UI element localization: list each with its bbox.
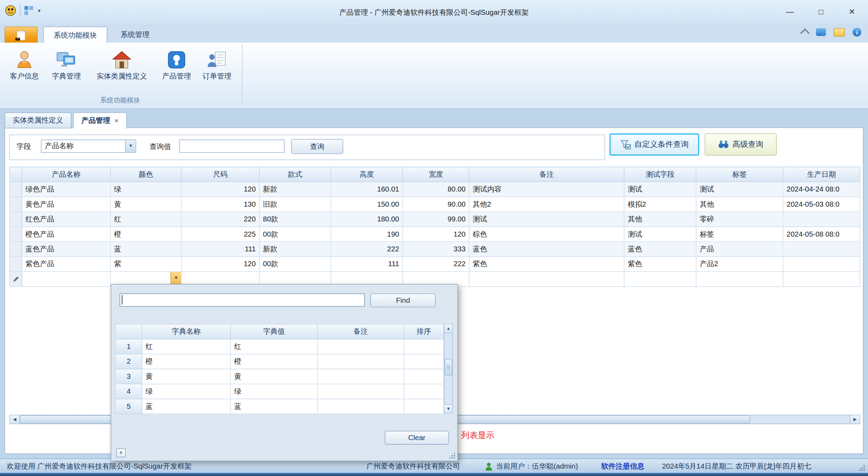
grid-cell[interactable]: 模拟2 [624,197,696,212]
grid-cell[interactable]: 2024-05-08 08:0 [783,227,860,242]
grid-header-cell[interactable]: 尺码 [182,167,260,182]
dict-cell[interactable]: 红 [142,339,231,354]
grid-cell[interactable]: 橙色产品 [22,227,111,242]
field-combo-button[interactable]: ▼ [125,140,136,152]
scroll-left-icon[interactable]: ◀ [10,415,20,424]
dict-header-cell[interactable]: 字典值 [231,325,318,339]
dict-cell[interactable] [318,369,404,384]
dict-row[interactable]: 2橙橙 [116,355,444,369]
ribbon-item-dictionary[interactable]: 字典管理 [46,47,86,82]
grid-cell[interactable]: 红色产品 [22,212,111,227]
dict-cell[interactable]: 红 [231,339,318,354]
dict-cell[interactable] [404,369,444,384]
find-button[interactable]: Find [370,294,436,307]
grid-cell[interactable]: 绿色产品 [22,182,111,197]
dict-header-cell[interactable]: 备注 [318,325,404,339]
grid-cell[interactable] [783,242,860,257]
doc-tab-product-mgmt[interactable]: 产品管理 × [73,112,127,129]
grid-row[interactable]: 橙色产品橙22500款190120棕色测试标签2024-05-08 08:0 [10,227,860,242]
dict-row[interactable]: 5蓝蓝 [116,399,444,414]
grid-cell[interactable]: 00款 [260,257,331,272]
dict-cell[interactable] [404,355,444,369]
grid-cell[interactable] [783,257,860,272]
grid-cell[interactable]: 旧款 [260,197,331,212]
grid-cell[interactable]: 其他 [624,212,696,227]
dict-row[interactable]: 1红红 [116,339,444,354]
grid-cell[interactable]: 测试 [624,182,696,197]
grid-cell[interactable]: 2024-04-24 08:0 [783,182,860,197]
grid-cell[interactable]: 棕色 [470,227,624,242]
dict-cell[interactable]: 绿 [231,384,318,399]
grid-cell[interactable] [624,272,696,287]
grid-cell[interactable]: 220 [182,212,260,227]
minimize-button[interactable]: — [779,3,800,20]
query-button[interactable]: 查询 [291,139,343,154]
dict-cell[interactable]: 蓝 [142,399,231,414]
maximize-button[interactable]: □ [810,3,831,20]
dict-cell[interactable] [404,339,444,354]
grid-row[interactable]: 红色产品红22080款180.0099.00测试其他零碎 [10,212,860,227]
app-menu-button[interactable] [5,26,38,43]
grid-cell[interactable] [470,272,624,287]
grid-cell[interactable]: 120 [403,227,470,242]
grid-cell[interactable]: 其他2 [470,197,624,212]
grid-cell[interactable]: 橙 [111,227,182,242]
ribbon-item-entity-props[interactable]: 实体类属性定义 [89,47,155,82]
custom-query-button[interactable]: 自定义条件查询 [610,133,699,156]
dict-cell[interactable]: 黄 [231,369,318,384]
ribbon-item-customer-info[interactable]: 客户信息 [5,47,44,82]
grid-header-cell[interactable]: 宽度 [403,167,470,182]
dict-cell[interactable]: 蓝 [231,399,318,414]
clear-button[interactable]: Clear [385,431,449,445]
grid-header-cell[interactable]: 颜色 [111,167,182,182]
grid-cell[interactable]: 黄色产品 [22,197,111,212]
collapse-ribbon-icon[interactable] [800,29,810,38]
dict-cell[interactable]: 橙 [231,355,318,369]
dict-cell[interactable] [404,384,444,399]
grid-cell[interactable]: 绿 [111,182,182,197]
close-button[interactable]: × [842,3,863,20]
grid-cell[interactable]: 80.00 [403,182,470,197]
grid-cell[interactable]: 测试内容 [470,182,624,197]
grid-cell[interactable]: 160.01 [331,182,403,197]
info-icon[interactable]: i [853,28,861,37]
grid-cell[interactable]: 111 [331,257,403,272]
resize-grip-icon[interactable] [448,452,456,459]
grid-cell[interactable]: 紫色 [470,257,624,272]
grid-cell[interactable]: 蓝色产品 [22,242,111,257]
mail-icon[interactable] [834,28,844,36]
grid-cell[interactable]: 111 [182,242,260,257]
window-resize-grip-icon[interactable] [858,464,866,472]
grid-row[interactable]: 蓝色产品蓝111新款222333蓝色蓝色产品 [10,242,860,257]
ribbon-item-order-mgmt[interactable]: 订单管理 [196,47,238,82]
vscrollbar-thumb[interactable] [445,359,452,375]
grid-cell[interactable]: 190 [331,227,403,242]
grid-header-cell[interactable]: 款式 [260,167,331,182]
grid-row[interactable]: 黄色产品黄130旧款150.0090.00其他2模拟2其他2024-05-03 … [10,197,860,212]
grid-cell[interactable] [696,272,783,287]
scroll-up-icon[interactable]: ▲ [445,325,452,333]
grid-cell[interactable]: 产品2 [696,257,783,272]
grid-cell[interactable]: 产品 [696,242,783,257]
grid-header-cell[interactable]: 生产日期 [783,167,860,182]
grid-cell[interactable]: 120 [182,182,260,197]
grid-cell[interactable]: 蓝色 [470,242,624,257]
grid-cell[interactable]: 2024-05-03 08:0 [783,197,860,212]
grid-cell[interactable]: 黄 [111,197,182,212]
dict-cell[interactable]: 橙 [142,355,231,369]
dictionary-filter-input[interactable] [120,294,365,307]
grid-cell[interactable]: 测试 [470,212,624,227]
dict-cell[interactable] [404,399,444,414]
grid-header-cell[interactable]: 高度 [331,167,403,182]
register-info-link[interactable]: 软件注册信息 [601,459,644,473]
grid-header-cell[interactable]: 测试字段 [624,167,696,182]
dict-cell[interactable]: 绿 [142,384,231,399]
dict-header-cell[interactable]: 字典名称 [142,325,231,339]
grid-header-cell[interactable]: 标签 [696,167,783,182]
dict-cell[interactable] [318,399,404,414]
ribbon-item-product-mgmt[interactable]: 产品管理 [158,47,195,82]
field-combo[interactable]: 产品名称 ▼ [41,139,136,153]
scroll-right-icon[interactable]: ▶ [850,415,860,424]
grid-cell[interactable]: 180.00 [331,212,403,227]
vertical-scrollbar[interactable]: ▲ ▼ [444,324,453,414]
